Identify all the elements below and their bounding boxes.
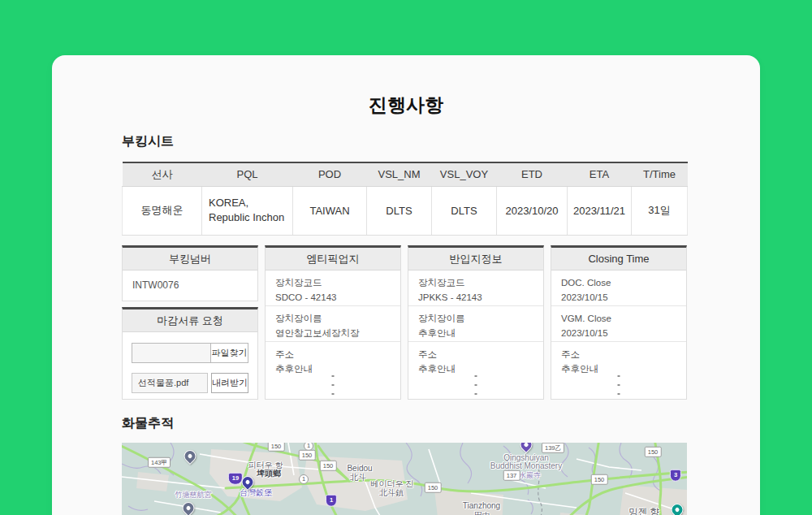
yard-code-label: 장치장코드 [275,276,391,291]
doc-close-label: DOC. Close [561,276,676,291]
ellipsis-dots-icon [618,375,620,395]
col-header-t-time: T/Time [632,162,688,186]
map-label-beidou-cn: 北斗 [350,472,366,483]
route-shield-1-round-b: 1 [299,474,309,484]
col-header-eta: ETA [568,162,632,186]
cell-eta: 2023/11/21 [568,186,632,235]
cell-pql: KOREA, Republic Inchon [202,186,293,235]
table-header-row: 선사 PQL POD VSL_NM VSL_VOY ETD ETA T/Time [123,162,688,186]
address-label: 주소 [561,348,676,362]
map-label-mingjian-kr: 밍젠 향 [628,506,659,515]
col-header-vsl-voy: VSL_VOY [432,162,497,186]
route-shield-150-d: 150 [425,483,442,493]
main-card: 진행사항 부킹시트 선사 PQL POD VSL_NM VSL_VOY ETD … [52,55,760,515]
cell-vsl-nm: DLTS [367,186,432,235]
closing-time-panel: Closing Time DOC. Close 2023/10/15 VGM. … [551,245,687,400]
route-shield-143: 143甲 [148,457,171,468]
ellipsis-dots-icon [332,375,335,395]
map-label-tianzhong-cn: 田中 [474,510,490,515]
route-shield-150-f: 150 [591,474,608,485]
cell-pod: TAIWAN [293,186,367,235]
booking-number-panel: 부킹넘버 INTW0076 [122,245,258,301]
vgm-close-label: VGM. Close [561,312,676,327]
yard-name-value: 영안창고보세장치장 [275,327,391,341]
cell-carrier: 동명해운 [123,186,202,235]
download-file-button[interactable]: 내려받기 [211,373,248,393]
park-icon [674,507,680,513]
route-shield-150-e: 150 [645,447,662,457]
empty-pickup-panel: 엠티픽업지 장치장코드 SDCO - 42143 장치장이름 영안창고보세장치장… [265,245,401,400]
route-shield-139: 139乙 [542,443,564,452]
route-shield-1-purple: 1 [326,495,337,507]
cell-etd: 2023/10/20 [497,186,568,235]
cell-vsl-voy: DLTS [432,186,497,235]
file-upload-group: 파일찾기 [132,343,248,363]
col-header-pql: PQL [202,162,293,186]
monastery-icon [523,443,529,448]
booking-number-value: INTW0076 [123,270,257,300]
temple-icon [187,453,192,459]
col-header-pod: POD [293,162,367,186]
closing-time-title: Closing Time [551,248,686,270]
browse-file-button[interactable]: 파일찾기 [210,344,248,362]
yard-code-label: 장치장코드 [418,276,533,291]
vgm-close-value: 2023/10/15 [561,327,676,341]
route-shield-137: 137 [503,470,520,481]
file-upload-input[interactable] [132,344,210,362]
route-shield-150-a: 150 [268,443,285,451]
map-label-tianzhong-en: Tianzhong [463,501,500,510]
carry-in-title: 반입지정보 [408,248,543,270]
address-label: 주소 [418,348,533,362]
map-label-beidou-township-cn: 北斗鎮 [379,487,404,499]
closing-docs-panel: 마감서류 요청 파일찾기 선적물품.pdf 내려받기 [122,307,258,400]
section-title-cargo-tracking: 화물추적 [122,415,174,432]
temple-icon [185,505,191,511]
booking-table: 선사 PQL POD VSL_NM VSL_VOY ETD ETA T/Time… [122,162,688,236]
address-label: 주소 [275,348,391,362]
yard-name-value: 추후안내 [418,327,533,341]
yard-code-value: SDCO - 42143 [275,291,391,305]
section-title-booking-sheet: 부킹시트 [122,133,174,150]
map-label-qingshuiyan-2[interactable]: Buddhist Monastery [490,461,562,470]
map-label-zhutang-temple[interactable]: 竹塘慈航宮 [175,490,212,500]
table-row: 동명해운 KOREA, Republic Inchon TAIWAN DLTS … [123,186,688,235]
ellipsis-dots-icon [475,375,477,395]
route-shield-150-b: 150 [299,450,316,461]
file-name-chip: 선적물품.pdf [132,373,208,393]
address-value: 추후안내 [275,362,391,377]
cell-t-time: 31일 [632,186,688,235]
address-value: 추후안내 [418,362,533,377]
yard-name-label: 장치장이름 [418,312,533,327]
yard-code-value: JPKKS - 42143 [418,291,533,305]
route-shield-150-c: 150 [320,461,337,471]
closing-docs-title: 마감서류 요청 [123,309,257,332]
address-value: 추후안내 [561,362,676,377]
booking-number-title: 부킹넘버 [123,248,257,270]
camera-icon [244,479,250,485]
file-download-group: 선적물품.pdf 내려받기 [132,373,248,393]
route-shield-3-purple: 3 [670,470,681,482]
col-header-carrier: 선사 [123,162,202,186]
carry-in-panel: 반입지정보 장치장코드 JPKKS - 42143 장치장이름 추후안내 주소 … [408,245,544,400]
map-label-taiwan-rice-castle[interactable]: 台灣穀堡 [240,487,272,499]
col-header-etd: ETD [497,162,568,186]
cargo-tracking-map[interactable]: 피터우 항 埤頭鄉 台灣穀堡 Beidou 北斗 베이더우 진 北斗鎮 竹塘慈航… [122,443,687,515]
doc-close-value: 2023/10/15 [561,291,676,305]
empty-pickup-title: 엠티픽업지 [266,248,400,270]
col-header-vsl-nm: VSL_NM [367,162,432,186]
map-label-pitou-cn: 埤頭鄉 [257,468,281,479]
page-title: 진행사항 [52,93,760,118]
yard-name-label: 장치장이름 [275,312,391,327]
